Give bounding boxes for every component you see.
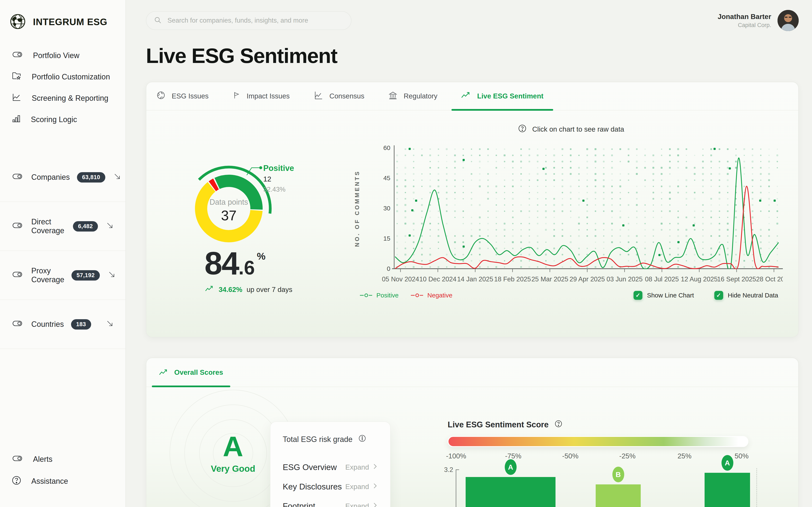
risk-panel-title-row: Total ESG risk grade	[283, 434, 378, 445]
sidebar-section-direct-coverage[interactable]: Direct Coverage6,482	[0, 202, 125, 251]
highlight-dot	[415, 200, 417, 202]
x-tick-label: 10 Dec 2024	[419, 276, 457, 283]
risk-row-label: Footprint	[283, 502, 315, 507]
sidebar-item-assistance[interactable]: Assistance	[0, 470, 125, 492]
risk-panel-rows: ESG OverviewExpandKey DisclosuresExpandF…	[283, 463, 378, 507]
sidebar-item-label: Alerts	[33, 455, 52, 464]
search-input[interactable]	[167, 16, 344, 24]
tab-consensus[interactable]: Consensus	[302, 82, 376, 110]
app-window: INTEGRUM ESG Portfolio ViewPortfolio Cus…	[0, 0, 812, 507]
question-icon	[517, 124, 527, 135]
x-tick-label: 25 Mar 2025	[531, 276, 568, 283]
globe-logo-icon	[10, 13, 26, 31]
sidebar-item-scoring-logic[interactable]: Scoring Logic	[0, 109, 125, 130]
grade-bar-badge: A	[505, 459, 517, 475]
page-title: Live ESG Sentiment	[146, 44, 799, 68]
x-tick-label: 14 Jan 2025	[457, 276, 493, 283]
grade-bar[interactable]	[466, 477, 556, 507]
sidebar-item-label: Assistance	[31, 477, 68, 486]
tab-esg-issues[interactable]: ESG Issues	[146, 82, 220, 110]
tab-label: Consensus	[329, 92, 364, 100]
arrow-down-right-icon[interactable]	[112, 172, 122, 183]
info-icon[interactable]	[358, 434, 367, 445]
highlight-dot	[409, 234, 411, 237]
sidebar-item-screening-reporting[interactable]: Screening & Reporting	[0, 88, 125, 109]
sidebar-section-countries[interactable]: Countries183	[0, 300, 125, 349]
sidebar-section-companies[interactable]: Companies63,810	[0, 153, 125, 202]
count-badge: 63,810	[77, 172, 105, 182]
tab-impact-issues[interactable]: Impact Issues	[220, 82, 302, 110]
arrow-down-right-icon[interactable]	[105, 319, 114, 330]
sentiment-line-chart[interactable]: 015304560NO. OF COMMENTS05 Nov 202410 De…	[347, 143, 783, 291]
tab-regulatory[interactable]: Regulatory	[376, 82, 449, 110]
checkbox-checked-icon[interactable]: ✓	[714, 291, 723, 300]
sidebar-section-label: Countries	[31, 320, 64, 329]
chevron-right-icon	[372, 463, 378, 472]
tab-overall-scores[interactable]: Overall Scores	[152, 358, 230, 387]
x-tick-label: 16 Sept 2025	[717, 276, 756, 283]
grade-bar[interactable]	[596, 485, 641, 507]
sidebar-section-label: Companies	[31, 173, 70, 182]
tab-bar: ESG IssuesImpact IssuesConsensusRegulato…	[146, 82, 798, 110]
arrow-down-right-icon[interactable]	[105, 221, 114, 232]
sidebar-spacer	[0, 349, 125, 448]
donut-segment[interactable]	[212, 184, 216, 186]
sidebar-item-alerts[interactable]: Alerts	[0, 448, 125, 470]
sidebar-item-label: Portfolio View	[33, 51, 79, 60]
x-tick-label: 05 Nov 2024	[382, 276, 419, 283]
sentiment-score: 84.6%	[204, 245, 266, 282]
score-dec: .6	[239, 257, 255, 278]
donut-callout-count: 12	[263, 175, 271, 183]
expand-button[interactable]: Expand	[345, 502, 378, 507]
sidebar-item-portfolio-customization[interactable]: Portfolio Customization	[0, 66, 125, 88]
x-tick-label: 28 Oct 2025	[756, 276, 783, 283]
sentiment-gradient-bar[interactable]	[448, 436, 748, 447]
tab-live-esg-sentiment[interactable]: Live ESG Sentiment	[449, 82, 556, 110]
count-badge: 6,482	[73, 221, 98, 231]
expand-button[interactable]: Expand	[345, 463, 378, 472]
donut-callout-label: Positive	[263, 164, 294, 173]
highlight-dot	[693, 224, 695, 226]
sidebar-section-proxy-coverage[interactable]: Proxy Coverage57,192	[0, 251, 125, 300]
avatar[interactable]	[777, 10, 799, 31]
checkbox-checked-icon[interactable]: ✓	[633, 291, 643, 300]
score-unit: %	[257, 251, 266, 262]
toggle-icon	[11, 318, 24, 330]
trend-row: 34.62% up over 7 days	[205, 285, 292, 294]
y-tick-label: 45	[384, 174, 390, 181]
question-icon[interactable]	[554, 419, 563, 430]
expand-label: Expand	[345, 463, 369, 471]
chart-legend-row: Positive Negative ✓Show Line Chart✓Hide …	[360, 291, 778, 300]
chart-hint-text: Click on chart to see raw data	[532, 125, 624, 133]
chevron-right-icon	[372, 502, 378, 507]
x-tick-label: 12 Aug 2025	[681, 276, 718, 283]
y-tick-label: 30	[384, 205, 390, 212]
tab-label: Impact Issues	[247, 92, 290, 100]
bars-y-axis	[456, 469, 456, 507]
legend-positive: Positive	[360, 292, 399, 299]
chevron-right-icon	[372, 482, 378, 491]
user-chip[interactable]: Jonathan Barter Capital Corp.	[718, 10, 799, 31]
highlight-dot	[622, 224, 624, 226]
x-tick-label: 03 Jun 2025	[606, 276, 643, 283]
arrow-down-right-icon[interactable]	[107, 270, 116, 281]
toggle-hide-neutral-data[interactable]: ✓Hide Neutral Data	[714, 291, 778, 300]
toggle-icon	[11, 453, 24, 465]
y-tick-label: 60	[384, 144, 390, 151]
risk-grade-panel: Total ESG risk grade ESG OverviewExpandK…	[270, 421, 391, 507]
search-bar[interactable]	[146, 11, 351, 30]
highlight-dot	[677, 241, 679, 243]
gradient-tick-label: 50%	[734, 452, 749, 460]
sidebar-item-portfolio-view[interactable]: Portfolio View	[0, 45, 125, 66]
user-meta: Jonathan Barter Capital Corp.	[718, 13, 771, 29]
expand-button[interactable]: Expand	[345, 482, 378, 491]
sentiment-card: ESG IssuesImpact IssuesConsensusRegulato…	[146, 82, 799, 337]
grade-bar[interactable]	[705, 473, 750, 507]
legend-negative: Negative	[411, 292, 452, 299]
highlight-dot	[582, 200, 585, 202]
expand-label: Expand	[345, 483, 369, 491]
toggle-show-line-chart[interactable]: ✓Show Line Chart	[633, 291, 694, 300]
risk-row-esg-overview: ESG OverviewExpand	[283, 463, 378, 472]
sidebar-item-label: Screening & Reporting	[32, 94, 108, 103]
grade-bars-chart[interactable]: 3.2 ABA	[448, 464, 770, 507]
